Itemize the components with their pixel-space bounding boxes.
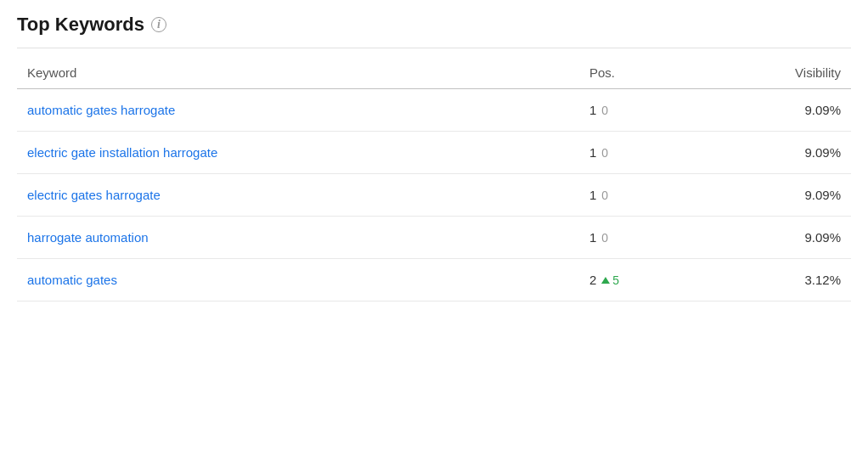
visibility-cell: 9.09% <box>715 132 851 174</box>
keyword-link[interactable]: automatic gates <box>27 273 117 287</box>
change-value: 5 <box>612 273 619 287</box>
position-change-neutral: 0 <box>601 231 608 245</box>
table-row: harrogate automation109.09% <box>17 217 851 259</box>
widget-header: Top Keywords i <box>17 14 851 48</box>
keyword-cell: electric gates harrogate <box>17 174 579 217</box>
position-change-neutral: 0 <box>601 189 608 202</box>
position-change-neutral: 0 <box>601 146 608 160</box>
position-change-up: 5 <box>601 273 619 287</box>
keyword-cell: automatic gates harrogate <box>17 89 579 132</box>
visibility-cell: 9.09% <box>715 89 851 132</box>
position-change-neutral: 0 <box>601 104 608 117</box>
keyword-link[interactable]: electric gates harrogate <box>27 188 161 202</box>
position-value: 1 <box>589 103 596 117</box>
keyword-link[interactable]: harrogate automation <box>27 230 149 245</box>
table-row: automatic gates253.12% <box>17 259 851 301</box>
column-header-keyword: Keyword <box>17 57 579 89</box>
position-cell: 10 <box>579 217 715 259</box>
position-value: 1 <box>589 188 596 202</box>
table-row: automatic gates harrogate109.09% <box>17 89 851 132</box>
column-header-position: Pos. <box>579 57 715 89</box>
column-header-visibility: Visibility <box>715 57 851 89</box>
visibility-cell: 9.09% <box>715 217 851 259</box>
keywords-table: Keyword Pos. Visibility automatic gates … <box>17 57 851 301</box>
keyword-cell: automatic gates <box>17 259 579 301</box>
visibility-cell: 3.12% <box>715 259 851 301</box>
keyword-link[interactable]: electric gate installation harrogate <box>27 145 217 160</box>
keyword-link[interactable]: automatic gates harrogate <box>27 103 175 117</box>
position-cell: 10 <box>579 89 715 132</box>
table-row: electric gates harrogate109.09% <box>17 174 851 217</box>
table-row: electric gate installation harrogate109.… <box>17 132 851 174</box>
keyword-cell: electric gate installation harrogate <box>17 132 579 174</box>
position-cell: 10 <box>579 132 715 174</box>
position-cell: 10 <box>579 174 715 217</box>
position-value: 2 <box>589 273 596 287</box>
keyword-cell: harrogate automation <box>17 217 579 259</box>
arrow-up-icon <box>601 277 610 284</box>
visibility-cell: 9.09% <box>715 174 851 217</box>
position-cell: 25 <box>579 259 715 301</box>
table-header-row: Keyword Pos. Visibility <box>17 57 851 89</box>
info-icon[interactable]: i <box>151 17 166 32</box>
page-title: Top Keywords <box>17 14 144 36</box>
position-value: 1 <box>589 145 596 160</box>
position-value: 1 <box>589 230 596 245</box>
